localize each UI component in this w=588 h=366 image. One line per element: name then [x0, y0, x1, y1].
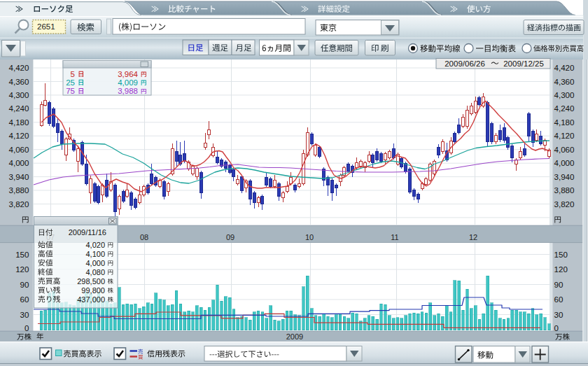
svg-text:4,420: 4,420	[554, 63, 575, 72]
svg-text:30: 30	[554, 310, 564, 319]
svg-text:150: 150	[15, 250, 29, 259]
svg-text:99,800: 99,800	[81, 286, 105, 295]
svg-text:4,360: 4,360	[8, 77, 29, 86]
svg-text:2009/12/25: 2009/12/25	[503, 59, 544, 68]
svg-text:90: 90	[20, 280, 29, 289]
svg-text:2009: 2009	[286, 332, 303, 341]
svg-text:3,988: 3,988	[118, 87, 138, 95]
svg-text:3,940: 3,940	[554, 172, 575, 181]
svg-text:4,120: 4,120	[554, 131, 575, 140]
svg-text:4,240: 4,240	[8, 104, 29, 113]
svg-text:10: 10	[305, 233, 314, 241]
svg-text:3,964: 3,964	[118, 70, 138, 78]
svg-text:09: 09	[226, 233, 234, 241]
svg-text:2651: 2651	[37, 22, 55, 31]
svg-text:4,300: 4,300	[8, 90, 29, 99]
svg-text:3,820: 3,820	[8, 199, 29, 209]
svg-text:90: 90	[554, 280, 564, 289]
svg-text:4,000: 4,000	[85, 259, 105, 267]
svg-text:4,100: 4,100	[85, 250, 105, 258]
svg-text:120: 120	[554, 265, 568, 274]
svg-text:12: 12	[469, 233, 477, 241]
svg-text:150: 150	[554, 250, 568, 259]
svg-text:4,009: 4,009	[118, 78, 138, 87]
svg-text:60: 60	[554, 295, 564, 304]
svg-text:60: 60	[20, 295, 29, 304]
svg-text:11: 11	[391, 233, 398, 241]
svg-text:75: 75	[66, 87, 75, 95]
svg-text:298,500: 298,500	[77, 277, 105, 286]
svg-text:08: 08	[140, 233, 148, 241]
svg-text:4,180: 4,180	[554, 118, 575, 127]
svg-text:4,420: 4,420	[8, 63, 29, 72]
svg-text:120: 120	[15, 265, 29, 274]
svg-text:0: 0	[24, 323, 29, 332]
svg-text:437,000: 437,000	[77, 295, 105, 304]
svg-text:2009/11/16: 2009/11/16	[69, 228, 106, 237]
svg-text:4,020: 4,020	[85, 241, 105, 249]
svg-text:4,300: 4,300	[554, 90, 575, 99]
svg-text:3,880: 3,880	[8, 185, 29, 195]
svg-text:4,240: 4,240	[554, 104, 575, 113]
svg-text:4,000: 4,000	[8, 158, 29, 167]
svg-text:4,360: 4,360	[554, 77, 575, 86]
svg-text:25: 25	[66, 78, 75, 87]
svg-text:4,080: 4,080	[85, 268, 105, 276]
svg-text:5: 5	[71, 70, 75, 78]
svg-text:3,880: 3,880	[554, 185, 575, 195]
svg-text:4,060: 4,060	[8, 145, 29, 154]
svg-text:30: 30	[20, 310, 29, 319]
svg-text:0: 0	[554, 323, 559, 332]
svg-text:3,940: 3,940	[8, 172, 29, 181]
svg-text:2009/06/26: 2009/06/26	[444, 59, 485, 68]
svg-text:4,000: 4,000	[554, 158, 575, 167]
svg-text:4,180: 4,180	[8, 118, 29, 127]
svg-text:4,060: 4,060	[554, 145, 575, 154]
svg-text:4,120: 4,120	[8, 131, 29, 140]
svg-text:3,820: 3,820	[554, 199, 575, 209]
